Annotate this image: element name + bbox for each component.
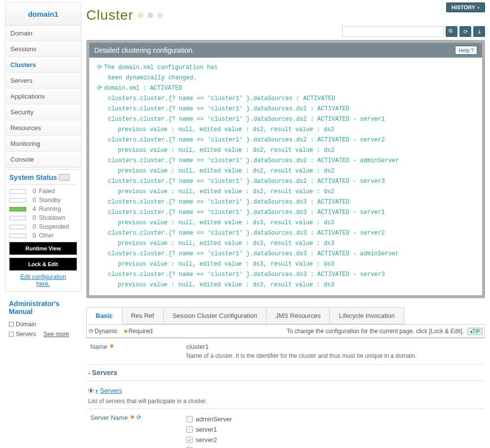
sidebar-item-clusters[interactable]: Clusters <box>5 57 81 73</box>
server-option-label: server2 <box>196 436 217 444</box>
server-option-server2[interactable]: server2 <box>186 435 481 445</box>
legend-row: Dynamic Required To change the configura… <box>86 324 485 338</box>
status-bar-icon <box>9 225 26 229</box>
log-line: been dynamically changed. <box>97 73 474 83</box>
runtime-view-button[interactable]: Runtime View <box>9 242 77 255</box>
status-label: Suspended <box>39 223 69 230</box>
log-line: clusters.cluster.{? name == 'cluster1' }… <box>97 207 474 218</box>
sidebar: domain1 DomainSessionsClustersServersApp… <box>0 0 81 448</box>
log-line: previous value : null, edited value : ds… <box>97 145 474 156</box>
status-row-shutdown: 0Shutdown <box>9 214 77 221</box>
see-more-link[interactable]: See more <box>43 331 69 338</box>
decorative-circles <box>138 12 163 18</box>
status-row-standby: 0Standby <box>9 197 77 204</box>
server-option-server3[interactable]: server3 <box>186 445 481 448</box>
sidebar-menu: DomainSessionsClustersServersApplication… <box>5 26 81 168</box>
name-value: cluster1 <box>186 343 481 350</box>
servers-sublink[interactable]: ▾ Servers <box>86 385 485 396</box>
edit-config-link[interactable]: Edit configurationhere. <box>9 274 77 287</box>
sidebar-item-domain[interactable]: Domain <box>5 26 81 41</box>
status-bar-icon <box>9 198 26 203</box>
refresh-icon[interactable]: ⟳ <box>459 26 471 37</box>
status-label: Standby <box>39 197 61 204</box>
server-name-row: Server Name ✱ ⟳ adminServerserver1server… <box>86 409 485 448</box>
log-line: previous value : null, edited value : ds… <box>97 166 474 176</box>
status-label: Other <box>39 232 54 239</box>
lock-hint-text: To change the configuration for the curr… <box>287 328 464 335</box>
tip-badge[interactable]: ◂TIP <box>467 328 483 335</box>
status-count: 0 <box>29 214 36 221</box>
status-row-failed: 0Failed <box>9 188 77 195</box>
tab-bar: BasicRes RefSession Cluster Configuratio… <box>86 307 485 324</box>
system-status-head: System Status <box>9 173 77 185</box>
lock-edit-button[interactable]: Lock & Edit <box>9 258 77 271</box>
log-line: clusters.cluster.{? name == 'cluster1' }… <box>97 104 474 114</box>
tab-jms-resources[interactable]: JMS Resources <box>266 307 330 324</box>
system-status-box: System Status 0Failed0Standby4Running0Sh… <box>5 169 81 292</box>
checkbox-icon <box>186 426 193 433</box>
admin-manual-title: Administrator's Manual <box>9 300 77 315</box>
sidebar-item-security[interactable]: Security <box>5 104 81 120</box>
book-icon <box>9 322 14 327</box>
manual-link-domain[interactable]: Domain <box>9 319 77 329</box>
sidebar-item-sessions[interactable]: Sessions <box>5 41 81 57</box>
search-icon[interactable]: 🔍 <box>446 26 457 37</box>
server-option-label: server1 <box>196 426 217 433</box>
log-line: ⟳domain.xml : ACTIVATED <box>97 83 474 94</box>
search-input[interactable] <box>342 26 444 37</box>
panel-title: Detailed clustering configuration. <box>94 46 194 54</box>
log-line: clusters.cluster.{? name == 'cluster1' }… <box>97 156 474 166</box>
log-line: clusters.cluster.{? name == 'cluster1' }… <box>97 94 474 104</box>
log-line: clusters.cluster.{? name == 'cluster1' }… <box>97 270 474 280</box>
main-area: HISTORY▾ Cluster 🔍 ⟳ ⤓ Detailed clusteri… <box>81 0 490 448</box>
name-desc: Name of a cluster. It is the identifier … <box>186 352 481 359</box>
log-line: clusters.cluster.{? name == 'cluster1' }… <box>97 197 474 207</box>
tab-res-ref[interactable]: Res Ref <box>122 307 164 324</box>
log-line: ⟳The domain.xml configuration has <box>97 63 474 73</box>
status-count: 4 <box>29 206 36 212</box>
servers-desc: List of servers that will participate in… <box>86 396 485 409</box>
sidebar-item-servers[interactable]: Servers <box>5 73 81 89</box>
sidebar-item-console[interactable]: Console <box>5 152 81 167</box>
status-toggle-icon[interactable] <box>59 174 70 181</box>
log-line: previous value : null, edited value : ds… <box>97 218 474 228</box>
tab-session-cluster-configuration[interactable]: Session Cluster Configuration <box>163 307 267 324</box>
sidebar-item-resources[interactable]: Resources <box>5 120 81 136</box>
required-legend: Required <box>124 328 153 335</box>
log-line: previous value : null, edited value : ds… <box>97 187 474 197</box>
radio-icon <box>88 388 94 393</box>
status-row-suspended: 0Suspended <box>9 223 77 230</box>
checkbox-icon <box>186 416 193 422</box>
sync-icon: ⟳ <box>97 85 102 92</box>
status-label: Failed <box>39 188 55 195</box>
servers-section-head: Servers <box>86 365 485 380</box>
required-star-icon: ✱ <box>109 343 114 349</box>
log-line: previous value : null, edited value : ds… <box>97 280 474 290</box>
export-xml-icon[interactable]: ⤓ <box>473 26 485 37</box>
chevron-down-icon: ▾ <box>477 5 480 10</box>
sidebar-item-monitoring[interactable]: Monitoring <box>5 136 81 152</box>
sidebar-item-applications[interactable]: Applications <box>5 89 81 104</box>
status-bar-icon <box>9 189 26 194</box>
dynamic-legend: Dynamic <box>89 328 118 335</box>
tab-basic[interactable]: Basic <box>86 307 122 324</box>
history-button[interactable]: HISTORY▾ <box>446 2 485 12</box>
server-list: adminServerserver1server2server3 <box>186 414 481 448</box>
domain-title[interactable]: domain1 <box>5 2 81 26</box>
server-option-adminServer[interactable]: adminServer <box>186 414 481 424</box>
log-line: clusters.cluster.{? name == 'cluster1' }… <box>97 114 474 125</box>
status-label: Running <box>39 206 61 212</box>
tab-lifecycle-invocation[interactable]: Lifecycle Invocation <box>329 307 404 324</box>
status-row-running: 4Running <box>9 206 77 212</box>
status-count: 0 <box>29 188 36 195</box>
manual-link-servers[interactable]: Servers See more <box>9 329 77 339</box>
checkbox-icon <box>186 437 193 443</box>
help-button[interactable]: Help ? <box>455 46 477 55</box>
server-option-label: adminServer <box>196 415 232 423</box>
log-line: previous value : null, edited value : ds… <box>97 125 474 135</box>
status-label: Shutdown <box>39 214 65 221</box>
admin-manual-box: Administrator's Manual Domain Servers Se… <box>5 298 81 341</box>
server-option-server1[interactable]: server1 <box>186 424 481 435</box>
name-row: Name✱ cluster1 Name of a cluster. It is … <box>86 338 485 365</box>
log-line: clusters.cluster.{? name == 'cluster1' }… <box>97 176 474 187</box>
